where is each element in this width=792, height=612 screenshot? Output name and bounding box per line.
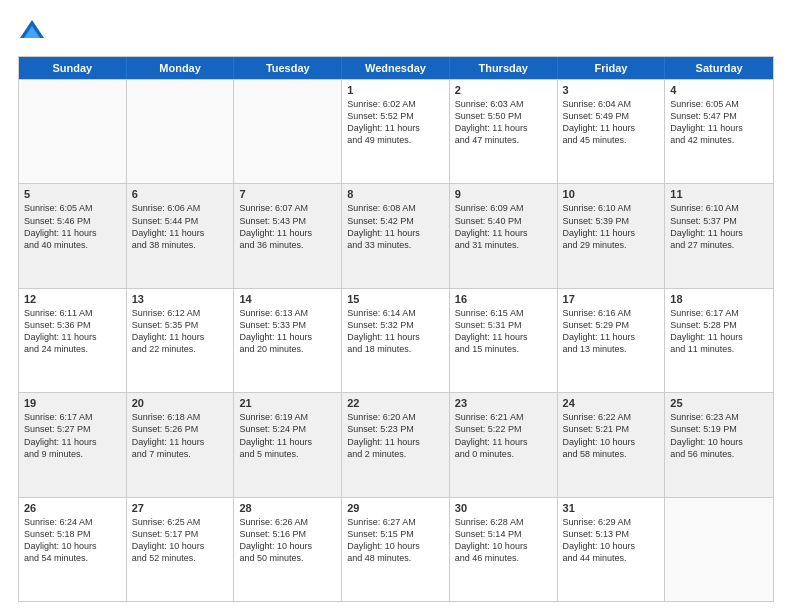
day-number: 7 xyxy=(239,188,336,200)
calendar-cell: 22Sunrise: 6:20 AM Sunset: 5:23 PM Dayli… xyxy=(342,393,450,496)
cell-info: Sunrise: 6:22 AM Sunset: 5:21 PM Dayligh… xyxy=(563,411,660,460)
cell-info: Sunrise: 6:26 AM Sunset: 5:16 PM Dayligh… xyxy=(239,516,336,565)
calendar-header: SundayMondayTuesdayWednesdayThursdayFrid… xyxy=(19,57,773,79)
day-number: 30 xyxy=(455,502,552,514)
cell-info: Sunrise: 6:19 AM Sunset: 5:24 PM Dayligh… xyxy=(239,411,336,460)
calendar-cell xyxy=(665,498,773,601)
cell-info: Sunrise: 6:24 AM Sunset: 5:18 PM Dayligh… xyxy=(24,516,121,565)
cell-info: Sunrise: 6:27 AM Sunset: 5:15 PM Dayligh… xyxy=(347,516,444,565)
day-number: 8 xyxy=(347,188,444,200)
cell-info: Sunrise: 6:14 AM Sunset: 5:32 PM Dayligh… xyxy=(347,307,444,356)
cell-info: Sunrise: 6:17 AM Sunset: 5:28 PM Dayligh… xyxy=(670,307,768,356)
header-day-thursday: Thursday xyxy=(450,57,558,79)
header-day-monday: Monday xyxy=(127,57,235,79)
calendar-cell: 3Sunrise: 6:04 AM Sunset: 5:49 PM Daylig… xyxy=(558,80,666,183)
day-number: 28 xyxy=(239,502,336,514)
day-number: 25 xyxy=(670,397,768,409)
calendar-cell: 26Sunrise: 6:24 AM Sunset: 5:18 PM Dayli… xyxy=(19,498,127,601)
cell-info: Sunrise: 6:05 AM Sunset: 5:47 PM Dayligh… xyxy=(670,98,768,147)
day-number: 17 xyxy=(563,293,660,305)
calendar-cell: 18Sunrise: 6:17 AM Sunset: 5:28 PM Dayli… xyxy=(665,289,773,392)
day-number: 29 xyxy=(347,502,444,514)
day-number: 2 xyxy=(455,84,552,96)
cell-info: Sunrise: 6:05 AM Sunset: 5:46 PM Dayligh… xyxy=(24,202,121,251)
day-number: 6 xyxy=(132,188,229,200)
header-day-tuesday: Tuesday xyxy=(234,57,342,79)
calendar-row-1: 1Sunrise: 6:02 AM Sunset: 5:52 PM Daylig… xyxy=(19,79,773,183)
page: SundayMondayTuesdayWednesdayThursdayFrid… xyxy=(0,0,792,612)
day-number: 27 xyxy=(132,502,229,514)
day-number: 15 xyxy=(347,293,444,305)
header-day-wednesday: Wednesday xyxy=(342,57,450,79)
day-number: 24 xyxy=(563,397,660,409)
calendar-cell xyxy=(127,80,235,183)
day-number: 18 xyxy=(670,293,768,305)
calendar-cell: 30Sunrise: 6:28 AM Sunset: 5:14 PM Dayli… xyxy=(450,498,558,601)
header-day-saturday: Saturday xyxy=(665,57,773,79)
cell-info: Sunrise: 6:02 AM Sunset: 5:52 PM Dayligh… xyxy=(347,98,444,147)
calendar-cell: 17Sunrise: 6:16 AM Sunset: 5:29 PM Dayli… xyxy=(558,289,666,392)
calendar-cell: 1Sunrise: 6:02 AM Sunset: 5:52 PM Daylig… xyxy=(342,80,450,183)
cell-info: Sunrise: 6:10 AM Sunset: 5:37 PM Dayligh… xyxy=(670,202,768,251)
day-number: 3 xyxy=(563,84,660,96)
cell-info: Sunrise: 6:17 AM Sunset: 5:27 PM Dayligh… xyxy=(24,411,121,460)
day-number: 23 xyxy=(455,397,552,409)
day-number: 21 xyxy=(239,397,336,409)
calendar-cell xyxy=(234,80,342,183)
cell-info: Sunrise: 6:20 AM Sunset: 5:23 PM Dayligh… xyxy=(347,411,444,460)
calendar-cell: 13Sunrise: 6:12 AM Sunset: 5:35 PM Dayli… xyxy=(127,289,235,392)
day-number: 19 xyxy=(24,397,121,409)
calendar-cell: 31Sunrise: 6:29 AM Sunset: 5:13 PM Dayli… xyxy=(558,498,666,601)
cell-info: Sunrise: 6:18 AM Sunset: 5:26 PM Dayligh… xyxy=(132,411,229,460)
day-number: 5 xyxy=(24,188,121,200)
cell-info: Sunrise: 6:07 AM Sunset: 5:43 PM Dayligh… xyxy=(239,202,336,251)
day-number: 26 xyxy=(24,502,121,514)
cell-info: Sunrise: 6:11 AM Sunset: 5:36 PM Dayligh… xyxy=(24,307,121,356)
header xyxy=(18,18,774,46)
calendar-cell: 29Sunrise: 6:27 AM Sunset: 5:15 PM Dayli… xyxy=(342,498,450,601)
calendar-cell: 20Sunrise: 6:18 AM Sunset: 5:26 PM Dayli… xyxy=(127,393,235,496)
calendar-cell: 4Sunrise: 6:05 AM Sunset: 5:47 PM Daylig… xyxy=(665,80,773,183)
logo-icon xyxy=(18,18,46,46)
calendar-body: 1Sunrise: 6:02 AM Sunset: 5:52 PM Daylig… xyxy=(19,79,773,601)
calendar-cell: 9Sunrise: 6:09 AM Sunset: 5:40 PM Daylig… xyxy=(450,184,558,287)
calendar-cell: 11Sunrise: 6:10 AM Sunset: 5:37 PM Dayli… xyxy=(665,184,773,287)
day-number: 16 xyxy=(455,293,552,305)
day-number: 22 xyxy=(347,397,444,409)
calendar-cell: 10Sunrise: 6:10 AM Sunset: 5:39 PM Dayli… xyxy=(558,184,666,287)
cell-info: Sunrise: 6:29 AM Sunset: 5:13 PM Dayligh… xyxy=(563,516,660,565)
calendar-cell: 8Sunrise: 6:08 AM Sunset: 5:42 PM Daylig… xyxy=(342,184,450,287)
calendar-cell: 6Sunrise: 6:06 AM Sunset: 5:44 PM Daylig… xyxy=(127,184,235,287)
calendar-cell: 27Sunrise: 6:25 AM Sunset: 5:17 PM Dayli… xyxy=(127,498,235,601)
cell-info: Sunrise: 6:09 AM Sunset: 5:40 PM Dayligh… xyxy=(455,202,552,251)
calendar-cell: 21Sunrise: 6:19 AM Sunset: 5:24 PM Dayli… xyxy=(234,393,342,496)
calendar-row-2: 5Sunrise: 6:05 AM Sunset: 5:46 PM Daylig… xyxy=(19,183,773,287)
calendar-cell xyxy=(19,80,127,183)
cell-info: Sunrise: 6:21 AM Sunset: 5:22 PM Dayligh… xyxy=(455,411,552,460)
cell-info: Sunrise: 6:16 AM Sunset: 5:29 PM Dayligh… xyxy=(563,307,660,356)
cell-info: Sunrise: 6:10 AM Sunset: 5:39 PM Dayligh… xyxy=(563,202,660,251)
calendar-row-5: 26Sunrise: 6:24 AM Sunset: 5:18 PM Dayli… xyxy=(19,497,773,601)
header-day-sunday: Sunday xyxy=(19,57,127,79)
day-number: 1 xyxy=(347,84,444,96)
calendar-row-4: 19Sunrise: 6:17 AM Sunset: 5:27 PM Dayli… xyxy=(19,392,773,496)
calendar-cell: 24Sunrise: 6:22 AM Sunset: 5:21 PM Dayli… xyxy=(558,393,666,496)
calendar-cell: 28Sunrise: 6:26 AM Sunset: 5:16 PM Dayli… xyxy=(234,498,342,601)
day-number: 10 xyxy=(563,188,660,200)
calendar-row-3: 12Sunrise: 6:11 AM Sunset: 5:36 PM Dayli… xyxy=(19,288,773,392)
calendar-cell: 7Sunrise: 6:07 AM Sunset: 5:43 PM Daylig… xyxy=(234,184,342,287)
cell-info: Sunrise: 6:03 AM Sunset: 5:50 PM Dayligh… xyxy=(455,98,552,147)
calendar-cell: 25Sunrise: 6:23 AM Sunset: 5:19 PM Dayli… xyxy=(665,393,773,496)
header-day-friday: Friday xyxy=(558,57,666,79)
calendar-cell: 2Sunrise: 6:03 AM Sunset: 5:50 PM Daylig… xyxy=(450,80,558,183)
cell-info: Sunrise: 6:25 AM Sunset: 5:17 PM Dayligh… xyxy=(132,516,229,565)
calendar: SundayMondayTuesdayWednesdayThursdayFrid… xyxy=(18,56,774,602)
cell-info: Sunrise: 6:15 AM Sunset: 5:31 PM Dayligh… xyxy=(455,307,552,356)
cell-info: Sunrise: 6:06 AM Sunset: 5:44 PM Dayligh… xyxy=(132,202,229,251)
calendar-cell: 15Sunrise: 6:14 AM Sunset: 5:32 PM Dayli… xyxy=(342,289,450,392)
day-number: 13 xyxy=(132,293,229,305)
calendar-cell: 23Sunrise: 6:21 AM Sunset: 5:22 PM Dayli… xyxy=(450,393,558,496)
cell-info: Sunrise: 6:08 AM Sunset: 5:42 PM Dayligh… xyxy=(347,202,444,251)
logo xyxy=(18,18,50,46)
cell-info: Sunrise: 6:04 AM Sunset: 5:49 PM Dayligh… xyxy=(563,98,660,147)
